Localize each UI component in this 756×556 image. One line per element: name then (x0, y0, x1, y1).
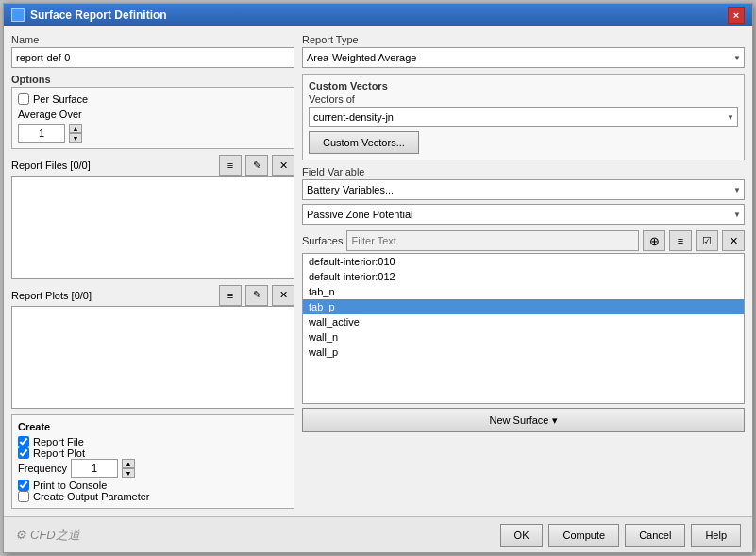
watermark-text: CFD之道 (30, 527, 80, 544)
create-output-checkbox[interactable] (18, 491, 29, 502)
surface-list-item[interactable]: wall_n (303, 329, 744, 345)
surface-list-item[interactable]: default-interior:010 (303, 254, 744, 269)
surface-list-item[interactable]: tab_n (303, 284, 744, 299)
surfaces-search-btn[interactable]: ⊕ (643, 230, 665, 251)
watermark: ⚙ CFD之道 (15, 527, 80, 544)
title-bar: Surface Report Definition × (4, 4, 752, 26)
average-over-label: Average Over (18, 109, 82, 120)
cancel-button[interactable]: Cancel (625, 524, 685, 547)
frequency-row: Frequency ▲ ▼ (18, 459, 288, 478)
create-section: Create Report File Report Plot Frequency… (11, 414, 294, 509)
report-plots-list-btn[interactable]: ≡ (219, 285, 242, 306)
report-plot-label: Report Plot (33, 447, 85, 459)
compute-button[interactable]: Compute (548, 524, 619, 547)
spinner-up[interactable]: ▲ (69, 124, 82, 133)
report-file-label: Report File (33, 436, 84, 447)
help-button[interactable]: Help (691, 524, 741, 547)
right-panel: Report Type Area-Weighted Average Custom… (302, 34, 745, 509)
watermark-icon: ⚙ (15, 528, 26, 542)
options-box: Per Surface Average Over ▲ ▼ (11, 87, 294, 149)
surfaces-label: Surfaces (302, 235, 343, 246)
per-surface-row: Per Surface (18, 93, 288, 105)
spinner-down[interactable]: ▼ (69, 133, 82, 143)
average-over-input[interactable] (18, 124, 65, 143)
report-plots-section: Report Plots [0/0] ≡ ✎ ✕ (11, 285, 294, 410)
surface-list-item[interactable]: tab_p (303, 299, 744, 314)
vectors-of-select[interactable]: current-density-jn (309, 107, 738, 127)
main-content: Name Options Per Surface Average Over (4, 26, 752, 516)
field-variable-sub-wrapper: Passive Zone Potential (302, 204, 745, 225)
report-plots-delete-btn[interactable]: ✕ (272, 285, 294, 306)
field-variable-wrapper: Battery Variables... (302, 179, 745, 200)
field-variable-section: Field Variable Battery Variables... Pass… (302, 166, 745, 225)
surfaces-list[interactable]: default-interior:010default-interior:012… (302, 253, 745, 404)
options-label: Options (11, 74, 294, 85)
create-output-label: Create Output Parameter (33, 491, 150, 502)
print-console-checkbox[interactable] (18, 480, 29, 491)
new-surface-button[interactable]: New Surface ▾ (302, 408, 745, 432)
create-label: Create (18, 421, 288, 432)
bottom-bar: ⚙ CFD之道 OK Compute Cancel Help (4, 516, 752, 552)
average-over-spinner: ▲ ▼ (69, 124, 82, 143)
surfaces-list-btn[interactable]: ≡ (669, 230, 692, 251)
report-files-header: Report Files [0/0] ≡ ✎ ✕ (11, 155, 294, 176)
report-type-section: Report Type Area-Weighted Average (302, 34, 745, 68)
surfaces-header: Surfaces ⊕ ≡ ☑ ✕ (302, 230, 745, 251)
custom-vectors-title: Custom Vectors (309, 80, 738, 92)
close-button[interactable]: × (728, 7, 745, 24)
report-files-list-btn[interactable]: ≡ (219, 155, 242, 176)
surfaces-section: Surfaces ⊕ ≡ ☑ ✕ default-interior:010def… (302, 230, 745, 509)
frequency-input[interactable] (71, 459, 118, 478)
surface-list-item[interactable]: wall_active (303, 314, 744, 329)
ok-button[interactable]: OK (500, 524, 544, 547)
field-variable-sub-select[interactable]: Passive Zone Potential (302, 204, 745, 225)
create-output-row: Create Output Parameter (18, 491, 288, 502)
name-section: Name (11, 34, 294, 68)
report-plots-header: Report Plots [0/0] ≡ ✎ ✕ (11, 285, 294, 306)
name-input[interactable] (11, 47, 294, 68)
report-file-row: Report File (18, 436, 288, 447)
report-files-section: Report Files [0/0] ≡ ✎ ✕ (11, 155, 294, 279)
average-spinner-row: ▲ ▼ (18, 124, 288, 143)
custom-vectors-button[interactable]: Custom Vectors... (309, 131, 419, 154)
name-label: Name (11, 34, 294, 45)
print-console-row: Print to Console (18, 480, 288, 491)
surfaces-check-btn[interactable]: ☑ (696, 230, 718, 251)
bottom-buttons: OK Compute Cancel Help (500, 524, 741, 547)
report-files-edit-btn[interactable]: ✎ (245, 155, 268, 176)
report-files-list[interactable] (11, 176, 294, 279)
report-type-select[interactable]: Area-Weighted Average (302, 47, 745, 68)
report-files-label: Report Files [0/0] (11, 160, 215, 171)
surfaces-filter[interactable] (346, 230, 639, 251)
left-panel: Name Options Per Surface Average Over (11, 34, 294, 509)
report-plots-edit-btn[interactable]: ✎ (245, 285, 268, 306)
vectors-of-label: Vectors of (309, 93, 738, 105)
average-over-row: Average Over (18, 109, 288, 120)
report-files-delete-btn[interactable]: ✕ (272, 155, 294, 176)
surface-list-item[interactable]: default-interior:012 (303, 269, 744, 284)
print-console-label: Print to Console (33, 480, 107, 491)
vectors-of-wrapper: current-density-jn (309, 107, 738, 127)
report-plots-list[interactable] (11, 306, 294, 410)
frequency-label: Frequency (18, 463, 67, 474)
report-type-wrapper: Area-Weighted Average (302, 47, 745, 68)
frequency-spinner: ▲ ▼ (122, 459, 135, 478)
window-icon (11, 8, 25, 22)
report-plots-label: Report Plots [0/0] (11, 290, 215, 301)
field-variable-label: Field Variable (302, 166, 745, 177)
window-title: Surface Report Definition (30, 8, 728, 22)
report-file-checkbox[interactable] (18, 436, 29, 447)
freq-spinner-up[interactable]: ▲ (122, 459, 135, 468)
freq-spinner-down[interactable]: ▼ (122, 468, 135, 478)
field-variable-select[interactable]: Battery Variables... (302, 179, 745, 200)
custom-vectors-section: Custom Vectors Vectors of current-densit… (302, 74, 745, 160)
report-plot-checkbox[interactable] (18, 447, 29, 459)
per-surface-checkbox[interactable] (18, 93, 29, 105)
per-surface-label: Per Surface (33, 93, 88, 105)
report-plot-row: Report Plot (18, 447, 288, 459)
options-section: Options Per Surface Average Over ▲ ▼ (11, 74, 294, 149)
report-type-label: Report Type (302, 34, 745, 45)
main-window: Surface Report Definition × Name Options… (3, 3, 753, 553)
surfaces-delete-btn[interactable]: ✕ (722, 230, 745, 251)
surface-list-item[interactable]: wall_p (303, 345, 744, 360)
